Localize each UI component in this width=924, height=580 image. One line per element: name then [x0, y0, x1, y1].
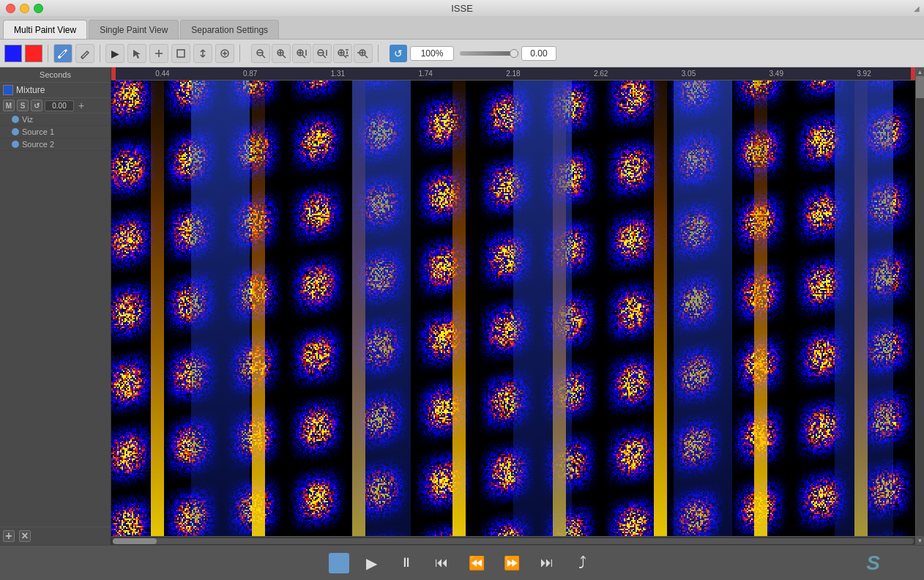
svg-line-21 — [302, 55, 305, 58]
timeline-ruler: 0.44 0.87 1.31 1.74 2.18 2.62 3.05 3.49 … — [111, 67, 915, 81]
toolbar: ▶ ↺ 100% — [0, 40, 924, 67]
titlebar: ISSE ◢ — [0, 0, 924, 16]
source2-item: Source 2 — [0, 138, 111, 151]
source2-label: Source 2 — [22, 140, 54, 149]
add-tool[interactable] — [215, 44, 234, 63]
close-button[interactable] — [6, 4, 15, 13]
ruler-mark-7: 3.49 — [770, 70, 783, 78]
volume-input[interactable] — [45, 100, 74, 111]
cursor-tool[interactable] — [149, 44, 168, 63]
minimize-button[interactable] — [20, 4, 29, 13]
rewind-button[interactable]: ⏪ — [463, 550, 490, 576]
color-swatch-red[interactable] — [25, 45, 42, 62]
refresh-button[interactable]: ↺ — [390, 45, 407, 62]
viz-label: Viz — [22, 115, 33, 124]
ruler-mark-3: 1.74 — [418, 70, 432, 78]
rect-tool[interactable] — [171, 44, 190, 63]
svg-marker-1 — [133, 50, 141, 59]
add-track-button[interactable]: + — [76, 100, 86, 111]
svg-line-14 — [262, 55, 265, 58]
solo-button[interactable]: S — [17, 100, 29, 111]
viz-item: Viz — [0, 114, 111, 126]
left-panel: Seconds Mixture M S ↺ + Viz Source 1 Sou… — [0, 67, 111, 545]
play-button[interactable]: ▶ — [358, 550, 384, 576]
svg-line-37 — [365, 55, 368, 58]
ruler-mark-0: 0.44 — [155, 70, 169, 78]
ruler-end-marker — [911, 67, 915, 80]
add-source-button[interactable]: + — [3, 530, 15, 542]
toolbar-divider-3 — [239, 45, 240, 62]
slider-thumb[interactable] — [510, 49, 518, 58]
mixture-color — [3, 85, 13, 95]
mixture-name: Mixture — [16, 85, 108, 95]
spectrogram-canvas[interactable] — [111, 81, 915, 536]
svg-line-17 — [283, 55, 286, 58]
horizontal-scrollbar[interactable] — [111, 536, 915, 545]
remove-source-button[interactable]: × — [19, 530, 31, 542]
ruler-mark-2: 1.31 — [331, 70, 345, 78]
zoom-in-button[interactable] — [272, 44, 291, 63]
source1-dot — [12, 128, 19, 135]
ruler-mark-4: 2.18 — [506, 70, 520, 78]
app-logo: S — [866, 551, 880, 575]
viz-dot — [12, 116, 19, 123]
tabs-bar: Multi Paint View Single Paint View Separ… — [0, 16, 924, 40]
spectrogram-view[interactable] — [111, 81, 915, 536]
spectrogram-container: 0.44 0.87 1.31 1.74 2.18 2.62 3.05 3.49 … — [111, 67, 915, 545]
scroll-thumb[interactable] — [916, 76, 924, 98]
source1-label: Source 1 — [22, 127, 54, 136]
brightness-slider — [460, 51, 518, 56]
tab-separation-settings[interactable]: Separation Settings — [180, 20, 279, 39]
vertical-scrollbar[interactable]: ▲ ▼ — [915, 67, 924, 545]
ruler-mark-6: 3.05 — [682, 70, 696, 78]
mute-button[interactable]: M — [3, 100, 15, 111]
scrollbar-h-track — [113, 538, 914, 544]
time-tool[interactable] — [193, 44, 212, 63]
zoom-horizontal-in-button[interactable] — [292, 44, 311, 63]
zoom-controls — [251, 44, 373, 63]
skip-start-button[interactable]: ⏮ — [428, 550, 455, 576]
scrollbar-h-thumb[interactable] — [113, 538, 157, 544]
skip-end-button[interactable]: ⏭ — [534, 550, 560, 576]
ruler-mark-8: 3.92 — [857, 70, 871, 78]
zoom-display: 100% — [410, 46, 454, 61]
source2-dot — [12, 141, 19, 148]
stop-button[interactable] — [329, 553, 349, 573]
ruler-mark-5: 2.62 — [594, 70, 608, 78]
pause-button[interactable]: ⏸ — [393, 550, 420, 576]
tab-multi-paint[interactable]: Multi Paint View — [3, 20, 87, 39]
transport-bar: ▶ ⏸ ⏮ ⏪ ⏩ ⏭ ⤴ S — [0, 545, 924, 580]
zoom-horizontal-out-button[interactable] — [313, 44, 332, 63]
scroll-down-arrow[interactable]: ▼ — [916, 536, 924, 545]
left-panel-footer: + × — [0, 527, 111, 545]
seconds-label: Seconds — [0, 67, 111, 83]
value-input[interactable] — [521, 46, 556, 61]
eraser-tool[interactable] — [75, 44, 94, 63]
slider-track[interactable] — [460, 51, 518, 56]
tab-single-paint[interactable]: Single Paint View — [89, 20, 179, 39]
play-tool[interactable]: ▶ — [105, 44, 124, 63]
export-button[interactable]: ⤴ — [569, 550, 595, 576]
svg-point-0 — [58, 56, 61, 59]
scroll-up-arrow[interactable]: ▲ — [916, 67, 924, 76]
color-swatch-blue[interactable] — [4, 45, 22, 62]
spectrogram-wrapper: 0.44 0.87 1.31 1.74 2.18 2.62 3.05 3.49 … — [111, 67, 924, 545]
ruler-mark-1: 0.87 — [243, 70, 257, 78]
main-area: Seconds Mixture M S ↺ + Viz Source 1 Sou… — [0, 67, 924, 545]
maximize-button[interactable] — [34, 4, 43, 13]
select-tool[interactable] — [127, 44, 146, 63]
toolbar-divider-1 — [48, 45, 48, 62]
paint-brush-tool[interactable] — [53, 44, 72, 63]
window-controls — [6, 4, 43, 13]
zoom-reset-button[interactable] — [354, 44, 373, 63]
mixture-track: Mixture — [0, 83, 111, 98]
scroll-track — [916, 76, 924, 536]
loop-button[interactable]: ↺ — [31, 100, 42, 111]
fast-forward-button[interactable]: ⏩ — [499, 550, 525, 576]
resize-icon: ◢ — [914, 4, 920, 12]
zoom-out-button[interactable] — [251, 44, 270, 63]
svg-rect-4 — [177, 50, 185, 57]
toolbar-divider-2 — [100, 45, 100, 62]
zoom-fit-button[interactable] — [333, 44, 352, 63]
svg-line-26 — [323, 55, 326, 58]
